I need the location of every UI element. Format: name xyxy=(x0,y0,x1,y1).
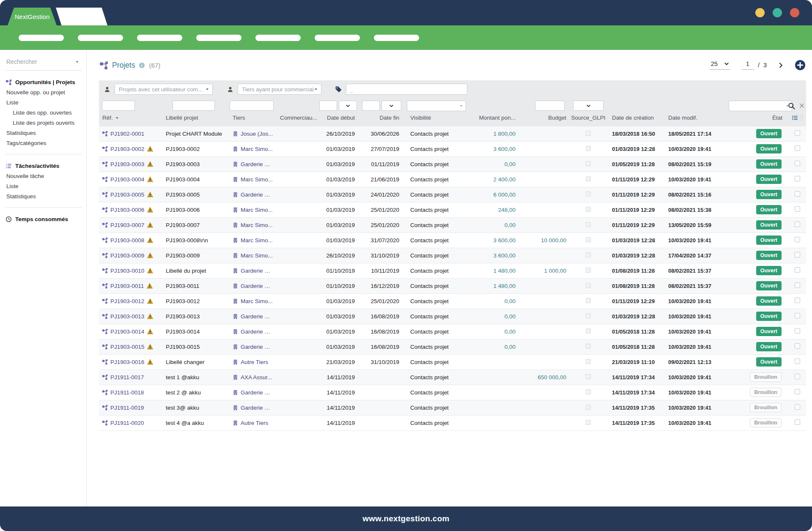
tiers-link[interactable]: Autre Tiers xyxy=(241,420,268,426)
menu-pill[interactable] xyxy=(19,35,64,41)
user-project-filter-select[interactable]: Projets avec cet utilisateur com... xyxy=(115,84,213,95)
menu-pill[interactable] xyxy=(255,35,301,41)
source-glpi-checkbox[interactable] xyxy=(586,313,591,318)
tag-filter-input[interactable] xyxy=(346,84,467,95)
source-glpi-checkbox[interactable] xyxy=(586,207,591,212)
filter-tiers-input[interactable] xyxy=(230,101,274,111)
page-size-select[interactable]: 25 xyxy=(710,60,730,70)
source-glpi-checkbox[interactable] xyxy=(586,374,591,379)
row-select-checkbox[interactable] xyxy=(795,328,800,334)
project-ref-link[interactable]: PJ1903-0012 xyxy=(110,298,144,304)
column-header-glpi[interactable]: Source_GLPI xyxy=(570,113,607,126)
source-glpi-checkbox[interactable] xyxy=(586,222,591,227)
sidebar-item[interactable]: Tags/catégories xyxy=(5,138,82,148)
source-glpi-checkbox[interactable] xyxy=(586,344,591,349)
sidebar-item[interactable]: Liste xyxy=(5,181,82,191)
brand-tab[interactable]: NextGestion xyxy=(8,8,57,25)
menu-pill[interactable] xyxy=(315,35,360,41)
info-icon[interactable] xyxy=(139,62,145,68)
tiers-link[interactable]: Garderie C... xyxy=(241,389,273,396)
sidebar-item[interactable]: Liste des opp. ouvertes xyxy=(5,107,82,118)
source-glpi-checkbox[interactable] xyxy=(586,252,591,257)
create-project-button[interactable] xyxy=(795,60,805,70)
source-glpi-checkbox[interactable] xyxy=(586,405,591,410)
column-header-created[interactable]: Date de création xyxy=(607,113,664,126)
menu-pill[interactable] xyxy=(196,35,241,41)
source-glpi-checkbox[interactable] xyxy=(586,131,591,136)
tiers-link[interactable]: Marc Simo... xyxy=(241,176,273,183)
project-ref-link[interactable]: PJ1903-0008 xyxy=(110,237,144,244)
column-header-date-start[interactable]: Date début xyxy=(319,113,358,126)
row-select-checkbox[interactable] xyxy=(795,130,800,136)
clear-filters-button[interactable] xyxy=(799,103,805,109)
tiers-link[interactable]: Autre Tiers xyxy=(241,359,268,365)
column-header-budget[interactable]: Budget xyxy=(519,113,570,126)
project-ref-link[interactable]: PJ1911-0017 xyxy=(110,374,144,380)
project-ref-link[interactable]: PJ1911-0020 xyxy=(110,420,144,426)
filter-glpi-select[interactable] xyxy=(573,101,604,111)
sidebar-item[interactable]: Liste xyxy=(5,97,82,107)
tiers-link[interactable]: Marc Simo... xyxy=(241,298,273,304)
menu-pill[interactable] xyxy=(374,35,419,41)
project-ref-link[interactable]: PJ1911-0018 xyxy=(110,389,144,396)
sidebar-item[interactable]: Statistiques xyxy=(5,191,82,201)
filter-date-end-period-select[interactable] xyxy=(381,101,401,111)
filter-date-start-period-select[interactable] xyxy=(339,101,357,111)
tiers-link[interactable]: Marc Simo... xyxy=(241,207,273,213)
source-glpi-checkbox[interactable] xyxy=(586,146,591,151)
project-ref-link[interactable]: PJ1911-0019 xyxy=(110,405,144,411)
window-dot-yellow[interactable] xyxy=(755,8,765,17)
project-ref-link[interactable]: PJ1903-0010 xyxy=(110,268,144,274)
filter-budget-input[interactable] xyxy=(535,101,565,111)
column-header-amount[interactable]: Montant pon... xyxy=(466,113,519,126)
row-select-checkbox[interactable] xyxy=(795,282,800,288)
filter-visibility-select[interactable] xyxy=(407,101,466,111)
project-ref-link[interactable]: PJ1903-0013 xyxy=(110,313,144,320)
source-glpi-checkbox[interactable] xyxy=(586,298,591,303)
tiers-link[interactable]: Garderie C... xyxy=(241,268,273,274)
source-glpi-checkbox[interactable] xyxy=(586,237,591,242)
project-ref-link[interactable]: PJ1903-0005 xyxy=(110,192,144,198)
filter-ref-input[interactable] xyxy=(102,101,135,111)
tiers-link[interactable]: Garderie C... xyxy=(241,192,273,198)
sidebar-item[interactable]: Statistiques xyxy=(5,128,82,138)
row-select-checkbox[interactable] xyxy=(795,252,800,257)
tiers-link[interactable]: Garderie C... xyxy=(241,161,273,167)
sidebar-item[interactable]: Liste des projets ouverts xyxy=(5,118,82,128)
sidebar-item[interactable]: Nouvelle opp. ou projet xyxy=(5,87,82,97)
row-select-checkbox[interactable] xyxy=(795,176,800,181)
project-ref-link[interactable]: PJ1903-0011 xyxy=(110,283,144,289)
column-header-status[interactable]: État xyxy=(728,113,788,126)
filter-label-input[interactable] xyxy=(173,101,215,111)
row-select-checkbox[interactable] xyxy=(795,343,800,349)
search-button[interactable] xyxy=(788,102,795,109)
project-ref-link[interactable]: PJ1903-0016 xyxy=(110,359,144,365)
row-select-checkbox[interactable] xyxy=(795,313,800,318)
row-select-checkbox[interactable] xyxy=(795,222,800,227)
tiers-link[interactable]: Marc Simo... xyxy=(241,222,273,228)
sidebar-search-select[interactable]: Rechercher xyxy=(5,57,82,71)
column-header-ref[interactable]: Réf. xyxy=(102,115,119,121)
tiers-link[interactable]: Marc Simo... xyxy=(241,146,273,152)
column-header-date-end[interactable]: Date fin xyxy=(358,113,403,126)
source-glpi-checkbox[interactable] xyxy=(586,283,591,288)
menu-pill[interactable] xyxy=(137,35,182,41)
secondary-tab[interactable] xyxy=(56,8,107,25)
column-header-tiers[interactable]: Tiers xyxy=(229,113,277,126)
row-select-checkbox[interactable] xyxy=(795,404,800,410)
source-glpi-checkbox[interactable] xyxy=(586,389,591,394)
window-dot-green[interactable] xyxy=(773,8,782,17)
project-ref-link[interactable]: PJ1903-0002 xyxy=(110,146,144,152)
source-glpi-checkbox[interactable] xyxy=(586,176,591,181)
column-header-commercial[interactable]: Commerciau... xyxy=(277,113,319,126)
source-glpi-checkbox[interactable] xyxy=(586,420,591,425)
row-select-checkbox[interactable] xyxy=(795,374,800,379)
sidebar-item[interactable]: Nouvelle tâche xyxy=(5,171,82,181)
tiers-link[interactable]: AXA Assur... xyxy=(241,374,272,380)
tiers-link[interactable]: Marc Simo... xyxy=(241,237,273,244)
row-select-checkbox[interactable] xyxy=(795,206,800,212)
select-all-checkbox[interactable] xyxy=(801,115,803,120)
project-ref-link[interactable]: PJ1903-0006 xyxy=(110,207,144,213)
source-glpi-checkbox[interactable] xyxy=(586,328,591,334)
filter-date-end-input[interactable] xyxy=(362,101,380,111)
